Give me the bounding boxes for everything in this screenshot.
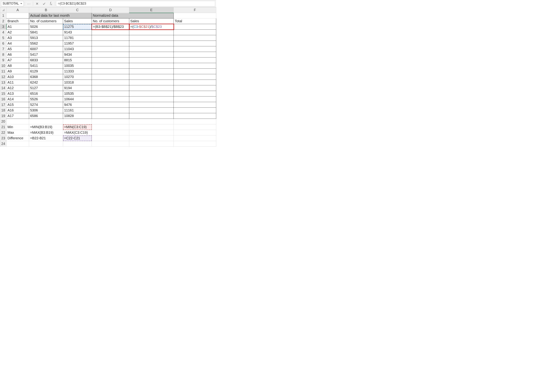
cell-A12[interactable]: A10 <box>7 74 29 80</box>
cell-B19[interactable]: 6586 <box>29 113 63 119</box>
col-header-C[interactable]: C <box>63 7 92 13</box>
cell-B14[interactable]: 5127 <box>29 85 63 91</box>
cell-C22[interactable]: =MAX(C3:C19) <box>63 130 92 135</box>
cell-C17[interactable]: 9476 <box>63 102 92 108</box>
cell-F10[interactable] <box>174 63 216 69</box>
cell-E16[interactable] <box>129 97 174 102</box>
cell-C16[interactable]: 10644 <box>63 97 92 102</box>
cell-B7[interactable]: 6007 <box>29 46 63 52</box>
row-header-18[interactable]: 18 <box>0 108 7 113</box>
cell-F17[interactable] <box>174 102 216 108</box>
cell-C5[interactable]: 11781 <box>63 35 92 41</box>
select-all-corner[interactable] <box>0 7 7 13</box>
insert-function-button[interactable]: fx <box>48 1 54 6</box>
cell-F1[interactable] <box>174 13 216 18</box>
cell-A7[interactable]: A5 <box>7 46 29 52</box>
cell-C24[interactable] <box>63 141 92 147</box>
cell-F8[interactable] <box>174 52 216 57</box>
cell-D21[interactable] <box>92 124 129 130</box>
cell-C14[interactable]: 9194 <box>63 85 92 91</box>
cell-A22[interactable]: Max <box>7 130 29 135</box>
cell-F24[interactable] <box>174 141 216 147</box>
row-header-9[interactable]: 9 <box>0 57 7 63</box>
cell-E7[interactable] <box>129 46 174 52</box>
cell-B17[interactable]: 5274 <box>29 102 63 108</box>
cell-E3[interactable]: =(C3-$C$21)/$C$23 <box>129 24 174 30</box>
cell-C19[interactable]: 10828 <box>63 113 92 119</box>
row-header-13[interactable]: 13 <box>0 80 7 85</box>
cell-F4[interactable] <box>174 30 216 35</box>
cell-E6[interactable] <box>129 41 174 46</box>
cell-B20[interactable] <box>29 119 63 124</box>
cell-F9[interactable] <box>174 57 216 63</box>
row-header-1[interactable]: 1 <box>0 13 7 18</box>
cell-C9[interactable]: 8815 <box>63 57 92 63</box>
cell-A20[interactable] <box>7 119 29 124</box>
cell-E23[interactable] <box>129 135 174 141</box>
cell-E11[interactable] <box>129 69 174 74</box>
cell-A19[interactable]: A17 <box>7 113 29 119</box>
cell-B2[interactable]: No. of customers <box>29 18 63 24</box>
cell-B4[interactable]: 5841 <box>29 30 63 35</box>
cell-C3[interactable]: 11275 <box>63 24 92 30</box>
cell-F11[interactable] <box>174 69 216 74</box>
cell-E19[interactable] <box>129 113 174 119</box>
cell-D14[interactable] <box>92 85 129 91</box>
cell-A3[interactable]: A1 <box>7 24 29 30</box>
cell-D3[interactable]: =(B3-$B$21)/$B$23 <box>92 24 129 30</box>
row-header-19[interactable]: 19 <box>0 113 7 119</box>
cell-E21[interactable] <box>129 124 174 130</box>
cell-C15[interactable]: 10535 <box>63 91 92 97</box>
row-header-8[interactable]: 8 <box>0 52 7 57</box>
cell-D11[interactable] <box>92 69 129 74</box>
cell-E13[interactable] <box>129 80 174 85</box>
cell-C2[interactable]: Sales <box>63 18 92 24</box>
cell-D18[interactable] <box>92 108 129 113</box>
cell-C7[interactable]: 11043 <box>63 46 92 52</box>
cell-E4[interactable] <box>129 30 174 35</box>
cell-C13[interactable]: 10318 <box>63 80 92 85</box>
cell-B18[interactable]: 5306 <box>29 108 63 113</box>
cell-D20[interactable] <box>92 119 129 124</box>
cell-F23[interactable] <box>174 135 216 141</box>
cell-D22[interactable] <box>92 130 129 135</box>
cell-D10[interactable] <box>92 63 129 69</box>
cell-C6[interactable]: 11957 <box>63 41 92 46</box>
cell-D24[interactable] <box>92 141 129 147</box>
name-box[interactable]: SUBTOTAL <box>1 1 24 6</box>
cell-A17[interactable]: A15 <box>7 102 29 108</box>
cell-B23[interactable]: =B22-B21 <box>29 135 63 141</box>
cell-E12[interactable] <box>129 74 174 80</box>
cell-E8[interactable] <box>129 52 174 57</box>
spreadsheet-grid[interactable]: A B C D E F 1 Actual data for last month… <box>0 7 216 147</box>
cell-F22[interactable] <box>174 130 216 135</box>
cell-A16[interactable]: A14 <box>7 97 29 102</box>
row-header-2[interactable]: 2 <box>0 18 7 24</box>
cancel-button[interactable] <box>34 1 40 6</box>
cell-B11[interactable]: 6129 <box>29 69 63 74</box>
col-header-A[interactable]: A <box>7 7 29 13</box>
row-header-15[interactable]: 15 <box>0 91 7 97</box>
cell-C21[interactable]: =MIN(C3:C19) <box>63 124 92 130</box>
cell-A21[interactable]: Min <box>7 124 29 130</box>
cell-F18[interactable] <box>174 108 216 113</box>
cell-C8[interactable]: 9434 <box>63 52 92 57</box>
cell-F6[interactable] <box>174 41 216 46</box>
cell-F3[interactable] <box>174 24 216 30</box>
cell-D12[interactable] <box>92 74 129 80</box>
cell-B13[interactable]: 6242 <box>29 80 63 85</box>
row-header-17[interactable]: 17 <box>0 102 7 108</box>
cell-C10[interactable]: 10035 <box>63 63 92 69</box>
cell-B8[interactable]: 5417 <box>29 52 63 57</box>
cell-A4[interactable]: A2 <box>7 30 29 35</box>
cell-E20[interactable] <box>129 119 174 124</box>
row-header-22[interactable]: 22 <box>0 130 7 135</box>
cell-A15[interactable]: A13 <box>7 91 29 97</box>
cell-C12[interactable]: 10270 <box>63 74 92 80</box>
cell-B10[interactable]: 5411 <box>29 63 63 69</box>
cell-A14[interactable]: A12 <box>7 85 29 91</box>
cell-D1-E1[interactable]: Normalized data <box>92 13 174 18</box>
col-header-E[interactable]: E <box>129 7 174 13</box>
row-header-10[interactable]: 10 <box>0 63 7 69</box>
cell-A11[interactable]: A9 <box>7 69 29 74</box>
